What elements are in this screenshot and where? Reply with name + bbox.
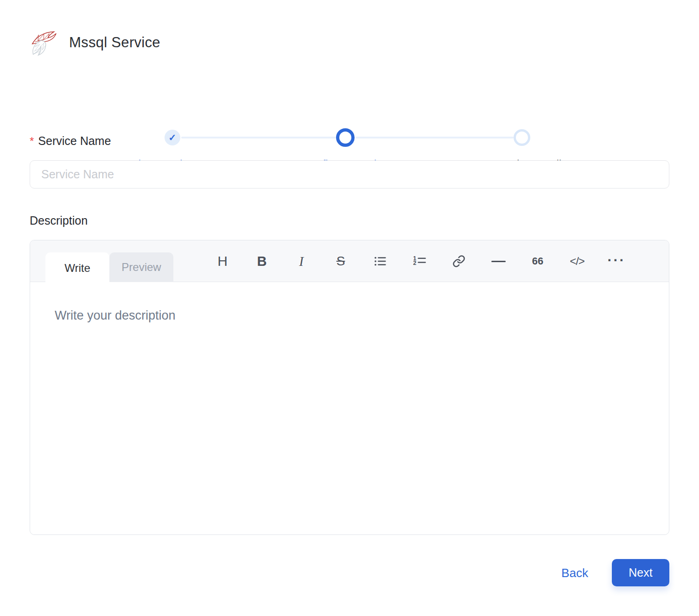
- service-name-label: * Service Name: [30, 134, 111, 148]
- quote-button[interactable]: 66: [527, 248, 548, 274]
- ordered-list-button[interactable]: 12: [409, 248, 430, 274]
- strikethrough-button[interactable]: S: [330, 248, 351, 274]
- description-editor: Write Preview H B I S: [30, 240, 669, 535]
- ordered-list-icon: 12: [413, 254, 426, 268]
- step-active-icon[interactable]: [336, 128, 355, 147]
- app-header: Mssql Service: [29, 29, 160, 57]
- italic-button[interactable]: I: [291, 248, 312, 274]
- description-label: Description: [30, 214, 88, 227]
- tab-write[interactable]: Write: [45, 252, 109, 284]
- heading-button[interactable]: H: [212, 248, 233, 274]
- description-placeholder: Write your description: [55, 308, 176, 323]
- code-button[interactable]: </>: [566, 248, 588, 274]
- more-options-button[interactable]: ···: [606, 248, 627, 274]
- required-asterisk: *: [30, 134, 34, 148]
- unordered-list-icon: [373, 254, 387, 268]
- back-button[interactable]: Back: [549, 559, 600, 587]
- service-name-label-text: Service Name: [38, 134, 111, 148]
- stepper-connector: [181, 137, 336, 138]
- unordered-list-button[interactable]: [369, 248, 391, 274]
- description-label-text: Description: [30, 214, 88, 227]
- service-name-input[interactable]: [30, 160, 669, 189]
- svg-text:2: 2: [413, 260, 416, 266]
- bold-button[interactable]: B: [251, 248, 273, 274]
- stepper-connector: [356, 137, 514, 138]
- next-button[interactable]: Next: [612, 559, 669, 586]
- tab-preview[interactable]: Preview: [109, 252, 173, 282]
- horizontal-rule-button[interactable]: [488, 248, 509, 274]
- description-textarea[interactable]: Write your description: [30, 283, 669, 534]
- page: Mssql Service ✓ Select Service Type Conf…: [0, 0, 699, 616]
- stepper: ✓ Select Service Type Configure Service …: [0, 64, 699, 113]
- step-pending-icon[interactable]: [514, 129, 530, 146]
- step-completed-icon[interactable]: ✓: [165, 130, 180, 145]
- editor-toolbar: H B I S: [212, 240, 627, 282]
- horizontal-rule-icon: [491, 261, 506, 262]
- check-icon: ✓: [169, 132, 177, 143]
- page-title: Mssql Service: [69, 34, 160, 51]
- editor-header: Write Preview H B I S: [30, 240, 669, 282]
- link-button[interactable]: [448, 248, 470, 274]
- link-icon: [452, 255, 465, 268]
- mssql-logo-icon: [29, 29, 57, 57]
